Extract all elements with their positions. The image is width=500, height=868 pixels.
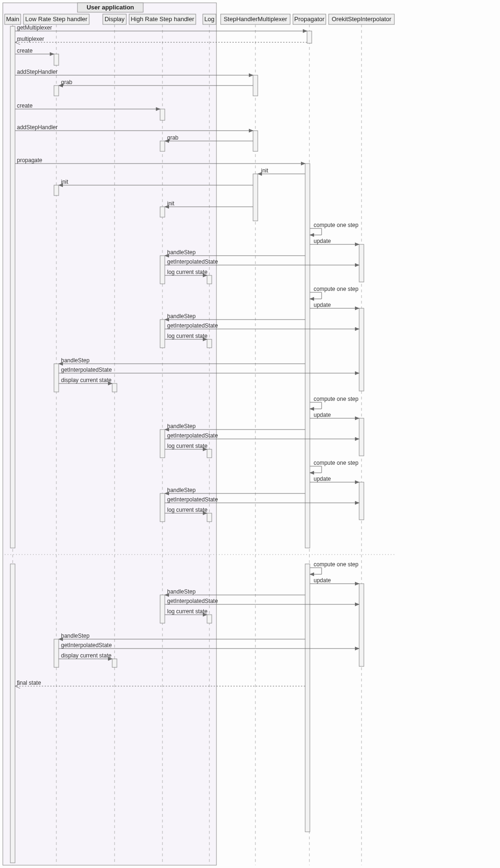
- svg-text:init: init: [61, 179, 69, 185]
- svg-text:update: update: [314, 238, 331, 244]
- svg-rect-62: [207, 339, 212, 348]
- participant-main: Main: [6, 16, 19, 23]
- participant-disp: Display: [105, 16, 125, 23]
- svg-rect-22: [253, 75, 258, 96]
- svg-text:update: update: [314, 412, 331, 418]
- svg-rect-89: [160, 493, 165, 522]
- svg-rect-99: [359, 584, 364, 666]
- svg-text:update: update: [314, 577, 331, 584]
- svg-text:final state: final state: [17, 680, 41, 686]
- svg-rect-28: [253, 131, 258, 151]
- svg-rect-38: [160, 207, 165, 217]
- svg-text:create: create: [17, 47, 33, 54]
- svg-text:log current state: log current state: [167, 269, 208, 275]
- svg-text:addStepHandler: addStepHandler: [17, 69, 58, 75]
- group-title: User application: [86, 4, 134, 11]
- svg-text:getInterpolatedState: getInterpolatedState: [61, 642, 112, 649]
- svg-text:getInterpolatedState: getInterpolatedState: [167, 432, 218, 439]
- svg-text:getInterpolatedState: getInterpolatedState: [61, 367, 112, 373]
- svg-text:handleStep: handleStep: [167, 249, 196, 256]
- svg-rect-110: [54, 639, 59, 667]
- svg-text:log current state: log current state: [167, 443, 208, 449]
- svg-text:compute one step: compute one step: [314, 286, 359, 292]
- svg-text:multiplexer: multiplexer: [17, 36, 44, 42]
- svg-text:grab: grab: [167, 134, 178, 141]
- svg-text:init: init: [167, 200, 175, 207]
- svg-text:update: update: [314, 302, 331, 308]
- svg-text:handleStep: handleStep: [167, 313, 196, 320]
- svg-rect-94: [207, 513, 212, 522]
- svg-rect-26: [160, 109, 165, 120]
- svg-text:grab: grab: [61, 79, 72, 86]
- svg-rect-77: [160, 430, 165, 458]
- participant-log: Log: [204, 16, 215, 23]
- svg-rect-36: [54, 185, 59, 195]
- svg-text:compute one step: compute one step: [314, 222, 359, 228]
- sequence-diagram: User application Main Low Rate Step hand…: [0, 0, 500, 868]
- participant-mux: StepHandlerMultiplexer: [223, 16, 287, 23]
- svg-text:log current state: log current state: [167, 333, 208, 339]
- svg-rect-107: [207, 615, 212, 623]
- svg-text:handleStep: handleStep: [167, 487, 196, 493]
- svg-text:getInterpolatedState: getInterpolatedState: [167, 598, 218, 604]
- participant-prop: Propagator: [294, 16, 325, 23]
- activation-main: [10, 26, 15, 548]
- svg-text:getInterpolatedState: getInterpolatedState: [167, 322, 218, 329]
- svg-text:getMultiplexer: getMultiplexer: [17, 24, 52, 31]
- svg-rect-102: [160, 595, 165, 623]
- svg-text:compute one step: compute one step: [314, 460, 359, 466]
- svg-text:update: update: [314, 476, 331, 482]
- svg-rect-82: [207, 449, 212, 458]
- svg-text:propagate: propagate: [17, 157, 42, 164]
- svg-text:log current state: log current state: [167, 608, 208, 615]
- svg-rect-74: [359, 418, 364, 456]
- svg-rect-115: [112, 659, 117, 667]
- svg-rect-65: [54, 364, 59, 392]
- svg-rect-32: [305, 164, 310, 548]
- svg-text:handleStep: handleStep: [167, 423, 196, 430]
- svg-rect-86: [359, 482, 364, 520]
- svg-rect-30: [160, 141, 165, 151]
- svg-text:compute one step: compute one step: [314, 561, 359, 568]
- svg-rect-42: [359, 244, 364, 282]
- participant-low: Low Rate Step handler: [25, 16, 88, 23]
- svg-rect-50: [207, 275, 212, 284]
- svg-text:getInterpolatedState: getInterpolatedState: [167, 496, 218, 503]
- svg-rect-54: [359, 308, 364, 391]
- svg-rect-45: [160, 256, 165, 284]
- svg-text:display current state: display current state: [61, 652, 112, 659]
- svg-text:handleStep: handleStep: [167, 588, 196, 595]
- svg-rect-70: [112, 383, 117, 392]
- svg-text:handleStep: handleStep: [61, 633, 90, 639]
- svg-text:init: init: [261, 167, 269, 174]
- participant-interp: OrekitStepInterpolator: [331, 16, 392, 23]
- svg-text:handleStep: handleStep: [61, 357, 90, 364]
- svg-text:getInterpolatedState: getInterpolatedState: [167, 258, 218, 265]
- activation-main-2: [10, 564, 15, 863]
- svg-rect-24: [54, 86, 59, 96]
- svg-rect-34: [253, 174, 258, 221]
- participant-high: High Rate Step handler: [131, 16, 194, 23]
- svg-rect-17: [307, 31, 312, 43]
- svg-text:log current state: log current state: [167, 507, 208, 513]
- svg-text:addStepHandler: addStepHandler: [17, 124, 58, 131]
- svg-rect-20: [54, 54, 59, 65]
- svg-text:compute one step: compute one step: [314, 396, 359, 402]
- svg-text:display current state: display current state: [61, 377, 112, 383]
- svg-rect-57: [160, 320, 165, 348]
- svg-text:create: create: [17, 102, 33, 109]
